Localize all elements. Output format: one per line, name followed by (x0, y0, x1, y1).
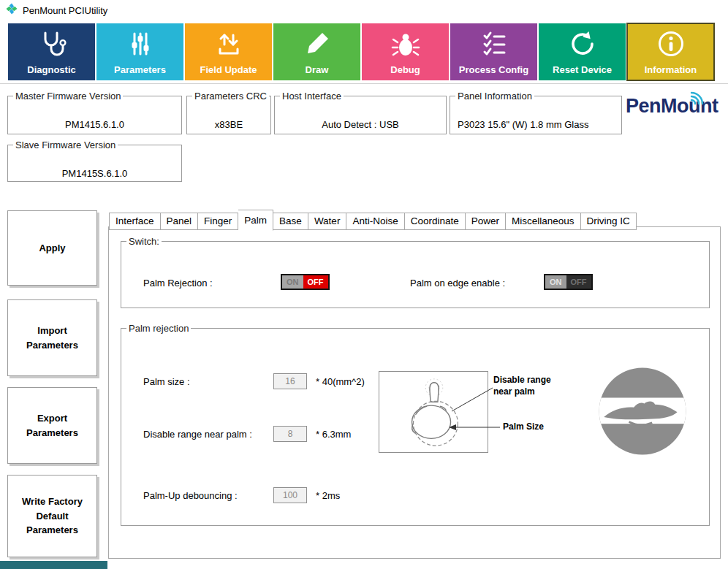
tab-coordinate[interactable]: Coordinate (405, 213, 466, 230)
host-interface-groupbox: Host Interface Auto Detect : USB (274, 91, 447, 134)
toggle-off-segment[interactable]: OFF (566, 275, 591, 289)
apply-button[interactable]: Apply (7, 210, 97, 286)
hand-illustration (379, 371, 488, 453)
tab-driving-ic[interactable]: Driving IC (581, 213, 637, 230)
window-title: PenMount PCIUtility (23, 5, 107, 16)
write-factory-default-parameters-button[interactable]: Write Factory Default Parameters (7, 475, 97, 557)
toggle-on-segment[interactable]: ON (282, 275, 303, 289)
toolbar-button-draw[interactable]: Draw (273, 23, 360, 80)
master-firmware-value: PM1415.6.1.0 (8, 119, 181, 130)
tab-power[interactable]: Power (466, 213, 506, 230)
toggle-off-segment[interactable]: OFF (303, 275, 328, 289)
tab-base[interactable]: Base (273, 213, 308, 230)
master-firmware-groupbox: Master Firmware Version PM1415.6.1.0 (7, 91, 182, 134)
toolbar-button-process-config[interactable]: Process Config (450, 23, 537, 80)
disable-range-label: Disable range near palm : (143, 429, 252, 440)
app-icon (6, 3, 18, 18)
toolbar-button-label: Information (627, 64, 714, 75)
tab-palm[interactable]: Palm (238, 210, 273, 231)
diagram-range-label: Disable range near palm (493, 375, 566, 397)
toggle-on-segment[interactable]: ON (545, 275, 566, 289)
toolbar-button-reset-device[interactable]: Reset Device (539, 23, 626, 80)
checklist-icon (479, 28, 509, 61)
palm-rejection-groupbox: Palm rejection Palm size : * 40(mm^2) Di… (121, 323, 710, 526)
palm-rejection-label: Palm Rejection : (143, 278, 213, 289)
palm-up-debouncing-input[interactable] (273, 487, 307, 503)
toolbar-button-label: Debug (362, 64, 449, 75)
slave-firmware-value: PM1415S.6.1.0 (8, 168, 181, 179)
palm-size-input[interactable] (273, 373, 307, 389)
sliders-icon (126, 28, 155, 61)
toolbar-button-label: Draw (273, 64, 360, 75)
palm-rejection-toggle[interactable]: ON OFF (281, 274, 330, 290)
penmount-logo: PenMount (626, 95, 725, 129)
tab-finger[interactable]: Finger (198, 213, 238, 230)
tab-panel[interactable]: Panel (161, 213, 199, 230)
toolbar: Diagnostic Parameters (8, 23, 714, 80)
switch-group-title: Switch: (126, 236, 162, 247)
toolbar-button-label: Field Update (185, 64, 272, 75)
panel-information-groupbox: Panel Information P3023 15.6" (W) 1.8 mm… (450, 91, 622, 134)
toolbar-button-information[interactable]: Information (627, 23, 714, 80)
diagram-size-label: Palm Size (503, 421, 544, 432)
palm-up-debouncing-unit: * 2ms (316, 490, 340, 501)
titlebar[interactable]: PenMount PCIUtility (0, 0, 728, 20)
disable-range-unit: * 6.3mm (316, 429, 351, 440)
bug-icon (391, 28, 420, 61)
switch-groupbox: Switch: Palm Rejection : ON OFF Palm on … (121, 236, 710, 308)
status-strip (0, 561, 107, 569)
tab-anti-noise[interactable]: Anti-Noise (346, 213, 404, 230)
toolbar-button-label: Process Config (450, 64, 537, 75)
parameters-crc-value: x83BE (187, 119, 270, 130)
palm-size-unit: * 40(mm^2) (316, 376, 365, 387)
panel-information-value: P3023 15.6" (W) 1.8 mm Glass (450, 119, 621, 130)
palm-on-edge-toggle[interactable]: ON OFF (544, 274, 593, 290)
parameters-crc-groupbox: Parameters CRC x83BE (186, 91, 271, 134)
toolbar-button-field-update[interactable]: Field Update (185, 23, 272, 80)
tab-miscellaneous[interactable]: Miscellaneous (506, 213, 581, 230)
info-circle-icon (656, 28, 686, 61)
toolbar-separator (0, 83, 728, 84)
palm-silhouette-icon (594, 363, 693, 461)
tab-strip: Interface Panel Finger Palm Base Water A… (109, 210, 637, 230)
tab-water[interactable]: Water (308, 213, 347, 230)
import-parameters-button[interactable]: Import Parameters (7, 299, 97, 376)
palm-on-edge-label: Palm on edge enable : (410, 278, 505, 289)
palm-tab-pane: Switch: Palm Rejection : ON OFF Palm on … (108, 226, 721, 559)
tab-interface[interactable]: Interface (109, 213, 161, 230)
slave-firmware-label: Slave Firmware Version (13, 140, 118, 150)
signal-arcs-icon (689, 88, 708, 106)
palm-size-label: Palm size : (143, 376, 190, 387)
stethoscope-icon (37, 28, 67, 61)
panel-information-label: Panel Information (455, 91, 534, 102)
toolbar-button-parameters[interactable]: Parameters (96, 23, 183, 80)
toolbar-button-diagnostic[interactable]: Diagnostic (8, 23, 95, 80)
palm-rejection-group-title: Palm rejection (126, 323, 191, 334)
host-interface-label: Host Interface (280, 91, 344, 102)
master-firmware-label: Master Firmware Version (13, 91, 123, 102)
pencil-icon (303, 28, 332, 61)
arrows-transfer-icon (214, 28, 243, 61)
reset-arrow-icon (568, 28, 597, 61)
host-interface-value: Auto Detect : USB (275, 119, 446, 130)
palm-up-debouncing-row: Palm-Up debouncing : * 2ms (121, 487, 709, 505)
parameters-crc-label: Parameters CRC (192, 91, 269, 102)
toolbar-button-debug[interactable]: Debug (362, 23, 449, 80)
palm-up-debouncing-label: Palm-Up debouncing : (143, 490, 238, 501)
disable-range-input[interactable] (273, 426, 307, 442)
toolbar-button-label: Parameters (96, 64, 183, 75)
slave-firmware-groupbox: Slave Firmware Version PM1415S.6.1.0 (7, 140, 182, 182)
toolbar-button-label: Reset Device (539, 64, 626, 75)
export-parameters-button[interactable]: Export Parameters (7, 387, 97, 464)
toolbar-button-label: Diagnostic (8, 64, 95, 75)
